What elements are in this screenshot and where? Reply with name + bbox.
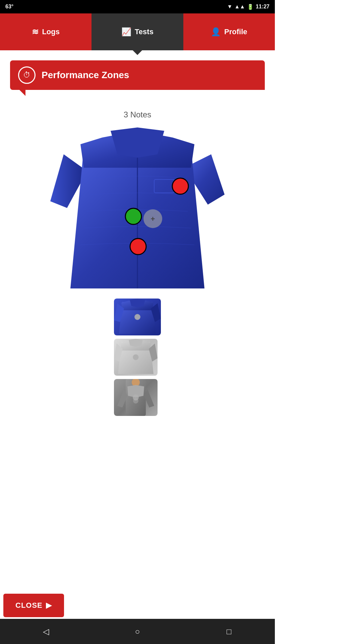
main-content: 3 Notes [0, 90, 275, 423]
home-icon: ○ [135, 627, 140, 636]
tab-logs-label: Logs [42, 28, 60, 36]
recents-icon: □ [227, 627, 232, 636]
thumb-gray-svg [114, 339, 158, 376]
tab-tests-label: Tests [135, 28, 154, 36]
thumbnail-person-jacket[interactable] [114, 379, 161, 416]
thumbnail-blue-jacket[interactable] [114, 299, 161, 335]
svg-text:+: + [151, 215, 155, 223]
back-icon: ◁ [43, 627, 49, 636]
status-bar: 63° ▼ ▲▲ 🔋 11:27 [0, 0, 275, 13]
arrow-right-icon: ▶ [46, 601, 52, 610]
home-button[interactable]: ○ [129, 623, 146, 640]
svg-point-6 [130, 238, 146, 255]
nav-tabs: ≋ Logs 📈 Tests 👤 Profile [0, 13, 275, 50]
thumb-person-svg [114, 379, 158, 416]
svg-point-11 [133, 398, 138, 404]
thumb-blue-svg [114, 299, 161, 335]
tab-tests[interactable]: 📈 Tests [92, 13, 183, 50]
svg-point-2 [172, 178, 188, 194]
close-label: CLOSE [15, 601, 43, 610]
tests-icon: 📈 [121, 27, 131, 37]
thumbnail-gray-jacket[interactable] [114, 339, 161, 376]
wifi-icon: ▼ [227, 4, 233, 10]
banner-title: Performance Zones [42, 70, 129, 80]
time: 11:27 [256, 4, 269, 10]
banner-icon-circle: ⏱ [18, 66, 36, 84]
notes-count: 3 Notes [7, 110, 268, 119]
svg-point-8 [133, 355, 138, 360]
bottom-nav: ◁ ○ □ [0, 619, 275, 644]
temperature: 63° [5, 4, 13, 10]
speedometer-icon: ⏱ [23, 71, 31, 79]
jacket-svg: + [50, 127, 225, 292]
back-button[interactable]: ◁ [38, 623, 54, 640]
svg-point-7 [135, 314, 140, 320]
logs-icon: ≋ [32, 27, 39, 37]
battery-icon: 🔋 [247, 4, 254, 10]
tab-profile-label: Profile [224, 28, 247, 36]
recents-button[interactable]: □ [221, 623, 237, 640]
svg-point-3 [125, 208, 141, 224]
performance-banner: ⏱ Performance Zones [10, 60, 265, 90]
profile-icon: 👤 [211, 27, 221, 37]
jacket-image-container[interactable]: + [50, 127, 225, 292]
close-button[interactable]: CLOSE ▶ [3, 594, 64, 617]
tab-logs[interactable]: ≋ Logs [0, 13, 92, 50]
tab-profile[interactable]: 👤 Profile [183, 13, 275, 50]
signal-icon: ▲▲ [234, 4, 245, 10]
thumbnail-list [7, 299, 268, 416]
status-right: ▼ ▲▲ 🔋 11:27 [227, 4, 269, 10]
